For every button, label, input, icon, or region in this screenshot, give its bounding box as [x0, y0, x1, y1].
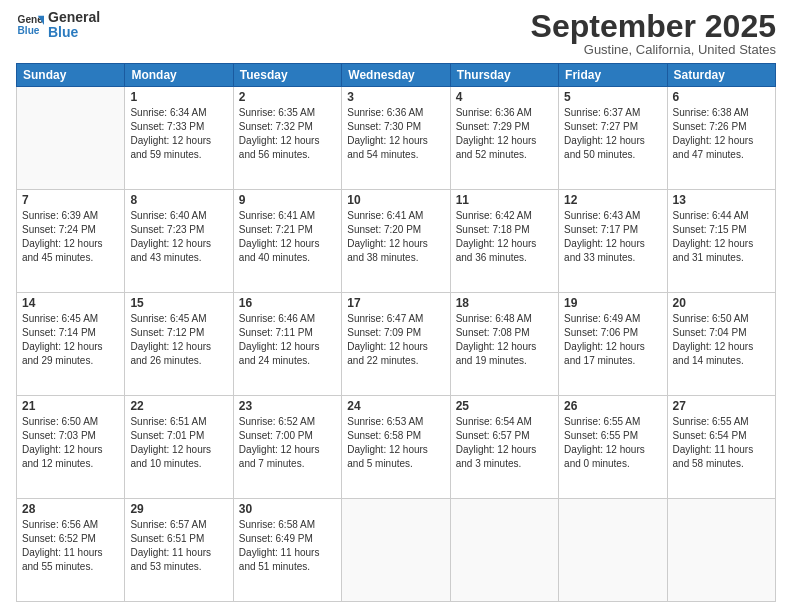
svg-text:Blue: Blue — [18, 25, 40, 36]
calendar-cell: 11Sunrise: 6:42 AMSunset: 7:18 PMDayligh… — [450, 190, 558, 293]
calendar-cell: 8Sunrise: 6:40 AMSunset: 7:23 PMDaylight… — [125, 190, 233, 293]
calendar-cell: 3Sunrise: 6:36 AMSunset: 7:30 PMDaylight… — [342, 87, 450, 190]
day-number: 3 — [347, 90, 444, 104]
calendar-cell: 27Sunrise: 6:55 AMSunset: 6:54 PMDayligh… — [667, 396, 775, 499]
day-number: 1 — [130, 90, 227, 104]
day-info: Sunrise: 6:41 AMSunset: 7:20 PMDaylight:… — [347, 209, 444, 265]
calendar-cell: 10Sunrise: 6:41 AMSunset: 7:20 PMDayligh… — [342, 190, 450, 293]
day-info: Sunrise: 6:41 AMSunset: 7:21 PMDaylight:… — [239, 209, 336, 265]
day-info: Sunrise: 6:54 AMSunset: 6:57 PMDaylight:… — [456, 415, 553, 471]
day-info: Sunrise: 6:35 AMSunset: 7:32 PMDaylight:… — [239, 106, 336, 162]
day-number: 13 — [673, 193, 770, 207]
calendar-cell: 15Sunrise: 6:45 AMSunset: 7:12 PMDayligh… — [125, 293, 233, 396]
logo-line2: Blue — [48, 25, 100, 40]
calendar-cell: 6Sunrise: 6:38 AMSunset: 7:26 PMDaylight… — [667, 87, 775, 190]
day-number: 29 — [130, 502, 227, 516]
day-number: 25 — [456, 399, 553, 413]
day-number: 17 — [347, 296, 444, 310]
day-info: Sunrise: 6:53 AMSunset: 6:58 PMDaylight:… — [347, 415, 444, 471]
calendar-cell: 5Sunrise: 6:37 AMSunset: 7:27 PMDaylight… — [559, 87, 667, 190]
calendar-cell: 16Sunrise: 6:46 AMSunset: 7:11 PMDayligh… — [233, 293, 341, 396]
day-info: Sunrise: 6:50 AMSunset: 7:03 PMDaylight:… — [22, 415, 119, 471]
calendar-cell: 13Sunrise: 6:44 AMSunset: 7:15 PMDayligh… — [667, 190, 775, 293]
calendar-cell: 12Sunrise: 6:43 AMSunset: 7:17 PMDayligh… — [559, 190, 667, 293]
day-number: 20 — [673, 296, 770, 310]
day-info: Sunrise: 6:55 AMSunset: 6:55 PMDaylight:… — [564, 415, 661, 471]
calendar-cell: 9Sunrise: 6:41 AMSunset: 7:21 PMDaylight… — [233, 190, 341, 293]
weekday-header-tuesday: Tuesday — [233, 64, 341, 87]
calendar-cell: 17Sunrise: 6:47 AMSunset: 7:09 PMDayligh… — [342, 293, 450, 396]
day-info: Sunrise: 6:57 AMSunset: 6:51 PMDaylight:… — [130, 518, 227, 574]
day-number: 8 — [130, 193, 227, 207]
calendar-cell: 26Sunrise: 6:55 AMSunset: 6:55 PMDayligh… — [559, 396, 667, 499]
day-info: Sunrise: 6:45 AMSunset: 7:12 PMDaylight:… — [130, 312, 227, 368]
day-number: 7 — [22, 193, 119, 207]
day-info: Sunrise: 6:50 AMSunset: 7:04 PMDaylight:… — [673, 312, 770, 368]
calendar-cell: 14Sunrise: 6:45 AMSunset: 7:14 PMDayligh… — [17, 293, 125, 396]
day-info: Sunrise: 6:37 AMSunset: 7:27 PMDaylight:… — [564, 106, 661, 162]
logo: General Blue General Blue — [16, 10, 100, 41]
day-number: 4 — [456, 90, 553, 104]
calendar-cell: 1Sunrise: 6:34 AMSunset: 7:33 PMDaylight… — [125, 87, 233, 190]
day-info: Sunrise: 6:55 AMSunset: 6:54 PMDaylight:… — [673, 415, 770, 471]
day-number: 15 — [130, 296, 227, 310]
day-info: Sunrise: 6:52 AMSunset: 7:00 PMDaylight:… — [239, 415, 336, 471]
header-right: September 2025 Gustine, California, Unit… — [531, 10, 776, 57]
day-number: 22 — [130, 399, 227, 413]
day-number: 6 — [673, 90, 770, 104]
weekday-header-saturday: Saturday — [667, 64, 775, 87]
day-info: Sunrise: 6:39 AMSunset: 7:24 PMDaylight:… — [22, 209, 119, 265]
day-number: 10 — [347, 193, 444, 207]
day-number: 24 — [347, 399, 444, 413]
calendar-cell: 30Sunrise: 6:58 AMSunset: 6:49 PMDayligh… — [233, 499, 341, 602]
day-number: 11 — [456, 193, 553, 207]
calendar-cell: 19Sunrise: 6:49 AMSunset: 7:06 PMDayligh… — [559, 293, 667, 396]
day-info: Sunrise: 6:38 AMSunset: 7:26 PMDaylight:… — [673, 106, 770, 162]
calendar-cell — [450, 499, 558, 602]
day-info: Sunrise: 6:45 AMSunset: 7:14 PMDaylight:… — [22, 312, 119, 368]
day-info: Sunrise: 6:34 AMSunset: 7:33 PMDaylight:… — [130, 106, 227, 162]
day-number: 18 — [456, 296, 553, 310]
day-info: Sunrise: 6:46 AMSunset: 7:11 PMDaylight:… — [239, 312, 336, 368]
calendar-cell: 23Sunrise: 6:52 AMSunset: 7:00 PMDayligh… — [233, 396, 341, 499]
calendar-cell: 7Sunrise: 6:39 AMSunset: 7:24 PMDaylight… — [17, 190, 125, 293]
day-info: Sunrise: 6:56 AMSunset: 6:52 PMDaylight:… — [22, 518, 119, 574]
weekday-header-monday: Monday — [125, 64, 233, 87]
day-info: Sunrise: 6:43 AMSunset: 7:17 PMDaylight:… — [564, 209, 661, 265]
calendar-cell: 25Sunrise: 6:54 AMSunset: 6:57 PMDayligh… — [450, 396, 558, 499]
day-info: Sunrise: 6:51 AMSunset: 7:01 PMDaylight:… — [130, 415, 227, 471]
weekday-header-sunday: Sunday — [17, 64, 125, 87]
calendar-cell: 21Sunrise: 6:50 AMSunset: 7:03 PMDayligh… — [17, 396, 125, 499]
day-number: 27 — [673, 399, 770, 413]
day-number: 9 — [239, 193, 336, 207]
day-info: Sunrise: 6:36 AMSunset: 7:29 PMDaylight:… — [456, 106, 553, 162]
day-number: 26 — [564, 399, 661, 413]
day-number: 16 — [239, 296, 336, 310]
calendar-cell: 18Sunrise: 6:48 AMSunset: 7:08 PMDayligh… — [450, 293, 558, 396]
calendar-cell: 28Sunrise: 6:56 AMSunset: 6:52 PMDayligh… — [17, 499, 125, 602]
calendar-cell — [559, 499, 667, 602]
day-number: 23 — [239, 399, 336, 413]
day-info: Sunrise: 6:44 AMSunset: 7:15 PMDaylight:… — [673, 209, 770, 265]
day-number: 21 — [22, 399, 119, 413]
calendar-cell: 2Sunrise: 6:35 AMSunset: 7:32 PMDaylight… — [233, 87, 341, 190]
day-number: 14 — [22, 296, 119, 310]
calendar-cell: 24Sunrise: 6:53 AMSunset: 6:58 PMDayligh… — [342, 396, 450, 499]
calendar-cell — [667, 499, 775, 602]
day-number: 19 — [564, 296, 661, 310]
month-title: September 2025 — [531, 10, 776, 42]
day-number: 5 — [564, 90, 661, 104]
day-info: Sunrise: 6:49 AMSunset: 7:06 PMDaylight:… — [564, 312, 661, 368]
calendar-cell: 4Sunrise: 6:36 AMSunset: 7:29 PMDaylight… — [450, 87, 558, 190]
calendar-cell: 20Sunrise: 6:50 AMSunset: 7:04 PMDayligh… — [667, 293, 775, 396]
day-number: 28 — [22, 502, 119, 516]
calendar: SundayMondayTuesdayWednesdayThursdayFrid… — [16, 63, 776, 602]
calendar-cell: 22Sunrise: 6:51 AMSunset: 7:01 PMDayligh… — [125, 396, 233, 499]
weekday-header-thursday: Thursday — [450, 64, 558, 87]
day-info: Sunrise: 6:58 AMSunset: 6:49 PMDaylight:… — [239, 518, 336, 574]
calendar-cell — [17, 87, 125, 190]
location: Gustine, California, United States — [531, 42, 776, 57]
weekday-header-wednesday: Wednesday — [342, 64, 450, 87]
day-info: Sunrise: 6:42 AMSunset: 7:18 PMDaylight:… — [456, 209, 553, 265]
day-info: Sunrise: 6:40 AMSunset: 7:23 PMDaylight:… — [130, 209, 227, 265]
